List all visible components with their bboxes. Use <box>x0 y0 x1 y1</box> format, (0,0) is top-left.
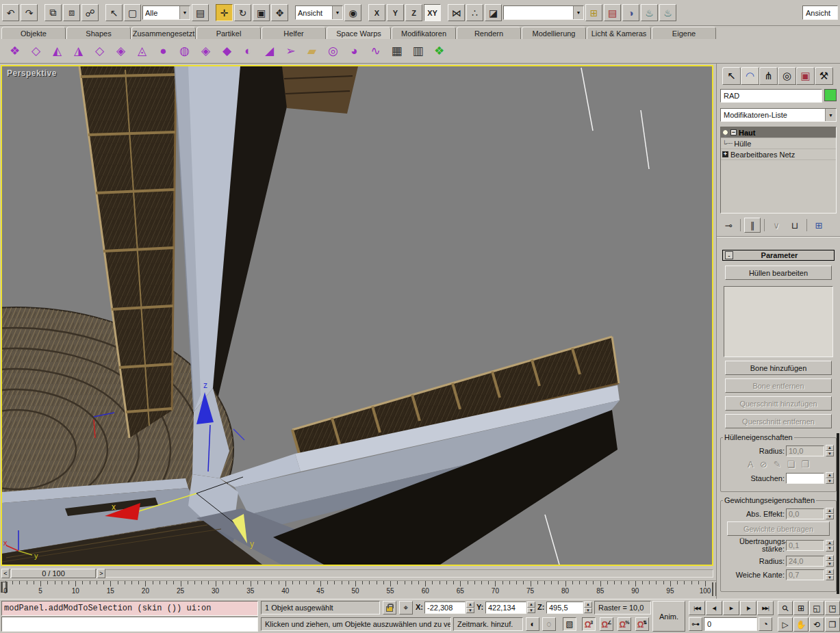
add-bone-button[interactable]: Bone hinzufügen <box>725 361 832 375</box>
transfer-strength-spinner[interactable]: ▲▼ <box>826 540 834 552</box>
sdeflector-spacewarp-button[interactable]: ◎ <box>324 42 342 60</box>
time-slider-handle[interactable]: 0 / 100 <box>11 569 96 578</box>
spinner-snap-button[interactable]: Ω⇅ <box>635 617 649 631</box>
twist-spacewarp-button[interactable]: ◮ <box>69 42 88 60</box>
add-time-tag[interactable]: Zeitmark. hinzuf. <box>453 617 523 631</box>
abs-effect-spinner[interactable]: ▲▼ <box>826 508 834 519</box>
select-object-button[interactable]: ↖ <box>105 4 123 21</box>
deflector-spacewarp-button[interactable]: ▰ <box>303 42 321 60</box>
tab-rendern[interactable]: Rendern <box>457 27 521 39</box>
add-cross-section-button[interactable]: Querschnitt hinzufügen <box>725 396 832 411</box>
perspective-viewport[interactable]: z x y x y Perspektive <box>1 65 713 566</box>
pin-stack-button[interactable]: ⊸ <box>720 218 737 233</box>
snap-3d-button[interactable]: Ω3 <box>582 617 596 631</box>
utilities-tab[interactable]: ⚒ <box>815 67 833 85</box>
abs-effect-field[interactable]: 0,0 <box>786 508 824 519</box>
tab-shapes[interactable]: Shapes <box>66 27 131 39</box>
falloff-button[interactable]: ✎ <box>774 459 781 469</box>
dropdown-arrow-icon[interactable]: ▼ <box>332 6 342 19</box>
make-unique-button[interactable]: ∨ <box>768 218 785 233</box>
key-mode-button[interactable]: ⊶ <box>689 617 702 631</box>
collapse-icon[interactable]: − <box>730 129 737 135</box>
object-name-field[interactable]: RAD <box>720 89 822 103</box>
undo-button[interactable]: ↶ <box>2 4 19 21</box>
quick-render-button[interactable]: ♨ <box>659 4 676 21</box>
rollout-collapse-icon[interactable]: - <box>725 251 733 259</box>
maxscript-input-line[interactable] <box>1 617 258 632</box>
copy-envelope-button[interactable]: ❏ <box>787 459 796 469</box>
snapshot-button[interactable]: ◪ <box>485 4 502 21</box>
array-button[interactable]: ∴ <box>466 4 483 21</box>
tab-partikel[interactable]: Partikel <box>196 27 261 39</box>
percent-snap-button[interactable]: Ω% <box>618 617 631 631</box>
tab-licht-kameras[interactable]: Licht & Kameras <box>587 27 651 39</box>
zoom-extents-all-button[interactable]: ◳ <box>825 601 840 615</box>
y-coord-spinner[interactable]: ▲▼ <box>527 602 535 613</box>
track-view-button[interactable]: ▤ <box>604 4 621 21</box>
unlink-selection-button[interactable]: ⧈ <box>63 4 80 21</box>
track-bar[interactable]: 0510152025303540455055606570758085909510… <box>0 580 716 599</box>
tab-helfer[interactable]: Helfer <box>262 27 326 39</box>
dropdown-arrow-icon[interactable]: ▼ <box>573 6 583 19</box>
expand-icon[interactable]: + <box>722 151 728 157</box>
y-coord-field[interactable]: 422,134 <box>485 602 526 614</box>
noise-spacewarp-button[interactable]: ◬ <box>133 42 151 60</box>
wind-spacewarp-button[interactable]: ➢ <box>281 42 300 60</box>
mirror-button[interactable]: ⋈ <box>448 4 465 21</box>
select-and-move-button[interactable]: ✛ <box>216 4 233 21</box>
bone-listbox[interactable] <box>724 286 833 357</box>
modifier-stack-row[interactable]: +Bearbeitbares Netz <box>721 149 836 160</box>
restrict-xy-button[interactable]: XY <box>424 4 441 21</box>
maxscript-listener-line[interactable]: modPanel.addModToSelection (skin ()) ui:… <box>1 601 258 616</box>
display-tab[interactable]: ▣ <box>796 67 815 85</box>
next-frame-button[interactable]: |▶ <box>740 601 756 615</box>
select-and-rotate-button[interactable]: ↻ <box>234 4 251 21</box>
time-slider-next-arrow[interactable]: > <box>97 569 105 578</box>
tab-modellierung[interactable]: Modellierung <box>522 27 586 39</box>
select-and-link-button[interactable]: ⧉ <box>44 4 62 21</box>
motor-spacewarp-button[interactable]: ◆ <box>218 42 236 60</box>
time-slider-track[interactable] <box>1 569 713 578</box>
select-and-scale-button[interactable]: ▣ <box>253 4 270 21</box>
arc-rotate-button[interactable]: ⟲ <box>809 617 824 632</box>
selection-filter-combo[interactable]: Alle▼ <box>142 5 190 20</box>
field-of-view-button[interactable]: ▷ <box>778 617 793 632</box>
modifier-stack[interactable]: −Haut└┈┈Hülle+Bearbeitbares Netz <box>720 127 837 214</box>
bomb-spacewarp-button[interactable]: ● <box>154 42 173 60</box>
envelope-display-button[interactable]: ⊘ <box>760 459 767 469</box>
show-end-result-button[interactable]: ∥ <box>744 218 761 233</box>
zoom-button[interactable]: ⚲ <box>778 601 793 615</box>
restrict-x-button[interactable]: X <box>368 4 385 21</box>
tab-eigene[interactable]: Eigene <box>652 27 716 39</box>
tab-modifikatoren[interactable]: Modifikatoren <box>392 27 456 39</box>
soft-edge-field[interactable]: 0,7 <box>786 569 824 580</box>
gravity-spacewarp-button[interactable]: ◢ <box>260 42 279 60</box>
degradation-override-button[interactable]: ◐ <box>526 617 539 631</box>
min-max-toggle-button[interactable]: ❐ <box>825 617 840 632</box>
restrict-y-button[interactable]: Y <box>387 4 404 21</box>
modify-tab[interactable]: ◠ <box>741 67 759 85</box>
transfer-strength-field[interactable]: 0,1 <box>786 540 824 551</box>
named-selection-combo[interactable]: ▼ <box>503 5 584 20</box>
modifier-stack-row[interactable]: └┈┈Hülle <box>721 138 836 149</box>
play-button[interactable]: ▶ <box>723 601 739 615</box>
object-color-swatch[interactable] <box>824 89 837 101</box>
selection-lock-button[interactable] <box>383 601 396 615</box>
remove-bone-button[interactable]: Bone entfernen <box>725 378 832 393</box>
x-coord-spinner[interactable]: ▲▼ <box>466 602 474 613</box>
displace-spacewarp-button[interactable]: ◐ <box>239 42 257 60</box>
tab-zusammengesetzt[interactable]: Zusammengesetzt <box>131 27 196 39</box>
transfer-weights-button[interactable]: Gewichte übertragen <box>727 521 830 536</box>
render-type-field[interactable]: Ansicht <box>802 5 838 20</box>
tab-objekte[interactable]: Objekte <box>1 27 66 39</box>
z-coord-field[interactable]: 495,5 <box>546 602 583 614</box>
modifier-stack-row[interactable]: −Haut <box>721 127 836 138</box>
configure-modifier-sets-button[interactable]: ⊞ <box>811 218 827 233</box>
z-coord-spinner[interactable]: ▲▼ <box>584 602 592 613</box>
select-and-manipulate-button[interactable]: ✥ <box>271 4 288 21</box>
panel-scrollbar[interactable] <box>837 433 839 594</box>
region-zoom-button[interactable]: ⊞ <box>793 601 809 615</box>
stretch-spacewarp-button[interactable]: ◇ <box>90 42 109 60</box>
modifier-enabled-bulb-icon[interactable] <box>722 129 728 135</box>
time-slider[interactable]: < 0 / 100 > <box>0 567 716 579</box>
